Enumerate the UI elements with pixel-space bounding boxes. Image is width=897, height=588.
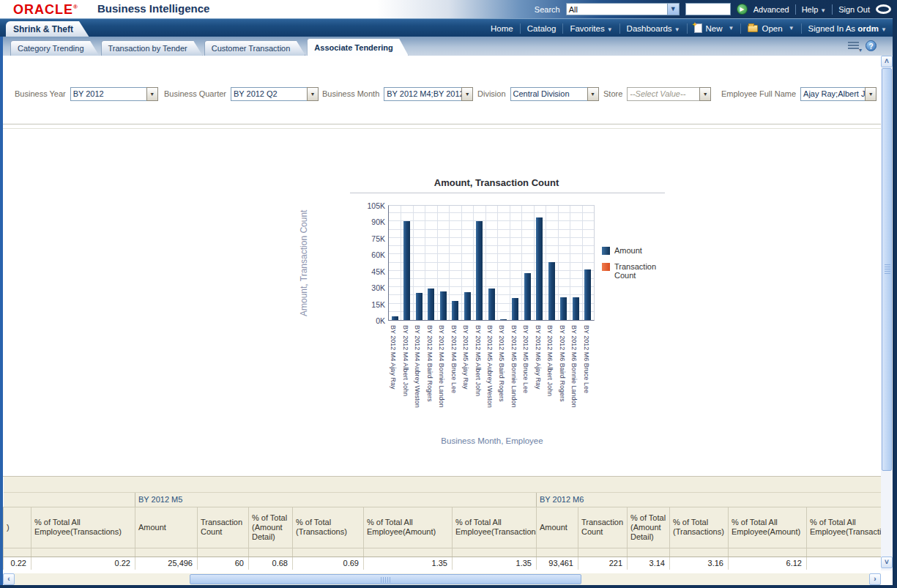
x-category-label: BY 2012 M6 Ajay Ray [535,325,542,389]
scroll-left-button[interactable]: ‹ [3,573,15,585]
bar-amount[interactable] [524,273,531,320]
help-icon[interactable]: ? [866,40,876,51]
scroll-down-button[interactable]: ˅ [881,557,893,568]
search-input[interactable] [685,3,731,15]
search-scope-select[interactable]: All ▼ [566,3,680,15]
tab-transaction-by-tender[interactable]: Transaction by Tender [101,40,203,56]
chevron-down-icon: ▼ [729,25,734,31]
vertical-scrollbar[interactable]: ˄ ˅ [881,56,893,570]
business-quarter-select[interactable]: BY 2012 Q2 ▼ [231,87,319,101]
chevron-down-icon[interactable]: ▼ [699,87,711,101]
nav-item-favorites[interactable]: Favorites▼ [570,24,612,33]
bar-amount[interactable] [428,289,434,321]
chevron-down-icon[interactable]: ▼ [146,87,158,101]
chart-title-rule [350,193,665,193]
table-cell[interactable]: 1.35 [453,557,537,570]
table-cell[interactable]: 0.69 [293,557,364,570]
bar-amount[interactable] [536,217,543,320]
bar-amount[interactable] [488,289,495,321]
bar-amount[interactable] [416,293,423,320]
column-header[interactable]: Amount [537,507,578,548]
column-header[interactable]: % of Total All Employee(Amount) [364,507,453,548]
tab-associate-tendering[interactable]: Associate Tendering [307,38,408,56]
nav-item-home[interactable]: Home [491,24,513,33]
column-header[interactable]: % of Total All Employee(Transactions) [453,507,537,548]
tab-category-trending[interactable]: Category Trending [10,40,100,56]
table-cell[interactable]: 3.16 [670,557,729,570]
division-select[interactable]: Central Division ▼ [510,87,599,101]
table-cell[interactable]: 6.12 [729,557,807,570]
store-select[interactable]: --Select Value-- ▼ [627,87,711,101]
nav-item-open[interactable]: Open▼ [748,24,794,33]
gridline [389,253,594,254]
chevron-down-icon[interactable]: ▼ [865,87,876,101]
horizontal-scrollbar-thumb[interactable] [190,574,581,584]
nav-item-new[interactable]: ✦ New▼ [694,23,734,33]
chevron-down-icon[interactable]: ▼ [587,87,599,101]
column-header[interactable]: % of Total All Employee(Transactions) [807,507,882,548]
column-header[interactable]: Amount [135,507,198,548]
chevron-down-icon[interactable]: ▼ [667,4,679,15]
gridline [582,206,583,320]
bar-amount[interactable] [464,292,471,320]
business-year-select[interactable]: BY 2012 ▼ [70,87,158,101]
bar-amount[interactable] [548,262,555,320]
prompt-label: Division [477,89,506,98]
signed-in-menu[interactable]: Signed In As ordm▼ [808,24,887,33]
oracle-logo: ORACLE® [13,2,78,18]
bar-amount[interactable] [573,297,579,320]
page-options-icon[interactable] [848,42,859,51]
help-menu[interactable]: Help▼ [802,5,827,14]
divider [520,23,521,34]
table-cell[interactable]: 93,461 [537,557,578,570]
scroll-right-button[interactable]: › [869,573,881,585]
table-cell[interactable]: 1.35 [364,557,453,570]
bar-amount[interactable] [476,221,483,320]
bar-amount[interactable] [392,316,398,320]
table-cell[interactable]: 0.22 [31,557,135,570]
combo-value: BY 2012 M4;BY 2012 [384,87,461,101]
business-month-select[interactable]: BY 2012 M4;BY 2012 ▼ [384,87,473,101]
table-cell[interactable]: 0.68 [249,557,293,570]
combo-value: --Select Value-- [627,87,699,101]
bar-amount[interactable] [560,297,567,320]
nav-item-catalog[interactable]: Catalog [527,24,557,33]
table-cell[interactable]: 60 [198,557,249,570]
table-cell[interactable]: 25,496 [135,557,198,570]
bar-amount[interactable] [440,291,447,320]
chevron-down-icon[interactable]: ▼ [307,87,319,101]
bar-amount[interactable] [500,319,507,321]
table-cell[interactable]: 221 [578,557,628,570]
vertical-scrollbar-thumb[interactable] [882,68,892,471]
bar-amount[interactable] [584,269,591,320]
table-cell[interactable]: 3.14 [628,557,670,570]
tab-customer-transaction[interactable]: Customer Transaction [204,40,306,56]
bar-amount[interactable] [452,301,458,320]
advanced-link[interactable]: Advanced [753,5,789,14]
horizontal-scrollbar[interactable]: ‹ › [3,573,881,585]
chevron-down-icon[interactable]: ▼ [461,87,473,101]
column-header[interactable]: % of Total All Employee(Amount) [729,507,807,548]
table-cell[interactable] [807,557,882,570]
column-header[interactable]: ) [4,507,31,548]
legend-item-amount: Amount [602,246,667,255]
nav-item-dashboards[interactable]: Dashboards▼ [627,24,680,33]
column-header[interactable]: % of Total All Employee(Transactions) [31,507,135,548]
table-cell[interactable]: 0.22 [4,557,31,570]
table-pad-row [4,548,882,557]
sign-out-link[interactable]: Sign Out [838,5,870,14]
bar-amount[interactable] [403,221,410,320]
bar-amount[interactable] [512,298,518,320]
dashboard-tab-shrink-theft[interactable]: Shrink & Theft [6,21,89,37]
search-go-button[interactable]: ▶ [737,4,748,15]
column-header[interactable]: % of Total (Transactions) [670,507,729,548]
column-header[interactable]: Transaction Count [578,507,628,548]
column-header[interactable]: % of Total (Amount Detail) [249,507,293,548]
open-folder-icon [748,25,758,32]
scroll-up-button[interactable]: ˄ [881,56,893,67]
column-header[interactable]: Transaction Count [198,507,249,548]
chart-plot[interactable] [388,205,595,321]
column-header[interactable]: % of Total (Transactions) [293,507,364,548]
column-header[interactable]: % of Total (Amount Detail) [628,507,670,548]
employee-full-name-select[interactable]: Ajay Ray;Albert John ▼ [800,87,876,101]
